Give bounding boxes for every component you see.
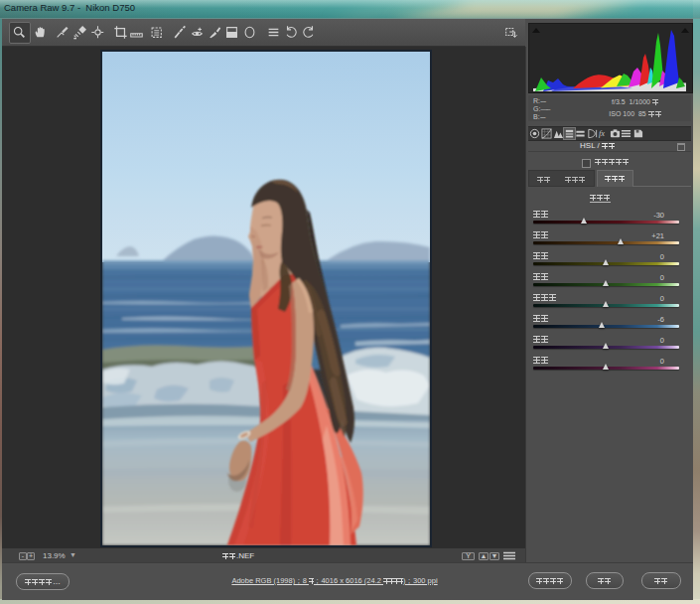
svg-text:fx: fx	[599, 129, 605, 138]
